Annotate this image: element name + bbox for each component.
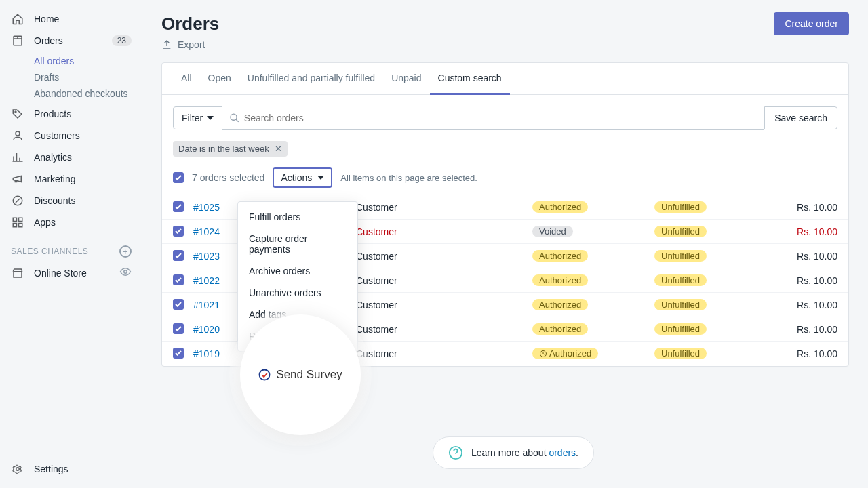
fulfillment-badge: Unfulfilled <box>654 348 707 359</box>
megaphone-icon <box>11 172 24 186</box>
tab-open[interactable]: Open <box>200 63 239 94</box>
nav-label: Online Store <box>34 268 87 279</box>
filter-button[interactable]: Filter <box>173 106 222 129</box>
row-checkbox[interactable] <box>173 226 184 237</box>
add-channel-icon[interactable]: + <box>119 245 132 258</box>
amount-cell: Rs. 10.00 <box>770 324 837 335</box>
row-checkbox[interactable] <box>173 250 184 261</box>
actions-label: Actions <box>281 172 312 183</box>
sales-channels-header: SALES CHANNELS + <box>0 241 142 262</box>
nav-label: Analytics <box>34 152 72 163</box>
payment-badge: Voided <box>532 226 573 237</box>
learn-link[interactable]: orders <box>549 447 576 458</box>
selection-count: 7 orders selected <box>192 172 264 183</box>
amount-cell: Rs. 10.00 <box>770 275 837 286</box>
sidebar-item-analytics[interactable]: Analytics <box>0 146 142 168</box>
orders-badge: 23 <box>112 35 132 46</box>
sidebar-item-home[interactable]: Home <box>0 8 142 30</box>
tab-all[interactable]: All <box>173 63 200 94</box>
payment-badge: Authorized <box>532 299 588 310</box>
nav-label: Home <box>34 14 59 24</box>
eye-icon[interactable] <box>119 266 132 280</box>
fulfillment-badge: Unfulfilled <box>654 226 707 237</box>
fulfillment-badge: Unfulfilled <box>654 274 707 286</box>
search-input[interactable] <box>240 106 757 129</box>
nav-label: Marketing <box>34 174 75 184</box>
nav-label: Discounts <box>34 195 75 206</box>
dd-archive[interactable]: Archive orders <box>238 260 357 282</box>
payment-badge: Authorized <box>532 274 588 286</box>
fulfillment-badge: Unfulfilled <box>654 299 707 310</box>
export-label: Export <box>178 39 205 50</box>
filter-chip-date[interactable]: Date is in the last week ✕ <box>173 141 288 157</box>
fulfillment-badge: Unfulfilled <box>654 323 707 335</box>
tab-unpaid[interactable]: Unpaid <box>383 63 429 94</box>
nav-label: Customers <box>34 130 80 141</box>
row-checkbox[interactable] <box>173 274 184 285</box>
chip-remove-icon[interactable]: ✕ <box>275 144 282 154</box>
sidebar-item-discounts[interactable]: Discounts <box>0 190 142 211</box>
tag-icon <box>11 107 24 121</box>
sidebar-item-orders[interactable]: Orders 23 <box>0 30 142 52</box>
row-checkbox[interactable] <box>173 323 184 334</box>
amount-cell: Rs. 10.00 <box>770 300 837 310</box>
survey-icon <box>258 369 271 381</box>
subnav-drafts[interactable]: Drafts <box>34 69 142 85</box>
payment-badge: Authorized <box>532 201 588 213</box>
svg-point-1 <box>15 111 16 113</box>
svg-point-2 <box>16 131 20 136</box>
gear-icon <box>11 462 24 476</box>
row-checkbox[interactable] <box>173 348 184 359</box>
learn-more-pill: Learn more about orders. <box>433 436 594 469</box>
amount-cell: Rs. 10.00 <box>770 202 837 213</box>
search-wrap <box>222 106 764 130</box>
store-icon <box>11 266 24 280</box>
sidebar-item-products[interactable]: Products <box>0 103 142 125</box>
tab-unfulfilled[interactable]: Unfulfilled and partially fulfilled <box>239 63 383 94</box>
create-order-button[interactable]: Create order <box>774 12 849 35</box>
svg-rect-4 <box>13 218 16 221</box>
nav-label: Settings <box>34 464 68 474</box>
filter-label: Filter <box>182 113 203 123</box>
row-checkbox[interactable] <box>173 201 184 212</box>
svg-point-8 <box>124 270 127 274</box>
orders-icon <box>11 34 24 47</box>
save-search-button[interactable]: Save search <box>764 106 837 129</box>
discount-icon <box>11 194 24 207</box>
tab-custom-search[interactable]: Custom search <box>430 63 510 95</box>
tabs: All Open Unfulfilled and partially fulfi… <box>162 63 848 95</box>
select-all-checkbox[interactable] <box>173 172 184 183</box>
payment-badge: Authorized <box>532 323 588 335</box>
dd-capture[interactable]: Capture order payments <box>238 228 357 260</box>
orders-subnav: All orders Drafts Abandoned checkouts <box>0 52 142 103</box>
export-button[interactable]: Export <box>161 39 849 50</box>
svg-rect-5 <box>19 218 22 221</box>
sidebar-item-apps[interactable]: Apps <box>0 211 142 233</box>
user-icon <box>11 129 24 142</box>
subnav-abandoned[interactable]: Abandoned checkouts <box>34 85 142 102</box>
nav-label: Orders <box>34 35 63 46</box>
page-title: Orders <box>161 14 219 35</box>
sidebar-item-customers[interactable]: Customers <box>0 125 142 146</box>
nav-label: Products <box>34 108 71 119</box>
sales-channels-label: SALES CHANNELS <box>11 247 88 256</box>
sidebar-item-marketing[interactable]: Marketing <box>0 168 142 190</box>
fulfillment-badge: Unfulfilled <box>654 201 707 213</box>
sidebar-item-online-store[interactable]: Online Store <box>0 262 142 284</box>
dd-unarchive[interactable]: Unarchive orders <box>238 282 357 304</box>
subnav-all-orders[interactable]: All orders <box>34 53 142 69</box>
dd-fulfill[interactable]: Fulfill orders <box>238 206 357 228</box>
send-survey-callout[interactable]: Send Survey <box>240 314 361 435</box>
sidebar-item-settings[interactable]: Settings <box>0 458 142 480</box>
svg-point-12 <box>260 370 270 380</box>
amount-cell: Rs. 10.00 <box>770 251 837 262</box>
callout-label: Send Survey <box>276 368 342 382</box>
search-icon <box>229 113 240 123</box>
row-checkbox[interactable] <box>173 299 184 310</box>
actions-button[interactable]: Actions <box>273 167 332 188</box>
svg-point-9 <box>16 468 20 471</box>
svg-point-10 <box>231 114 237 120</box>
svg-rect-7 <box>19 224 22 227</box>
amount-cell: Rs. 10.00 <box>770 348 837 359</box>
amount-cell: Rs. 10.00 <box>770 226 837 237</box>
